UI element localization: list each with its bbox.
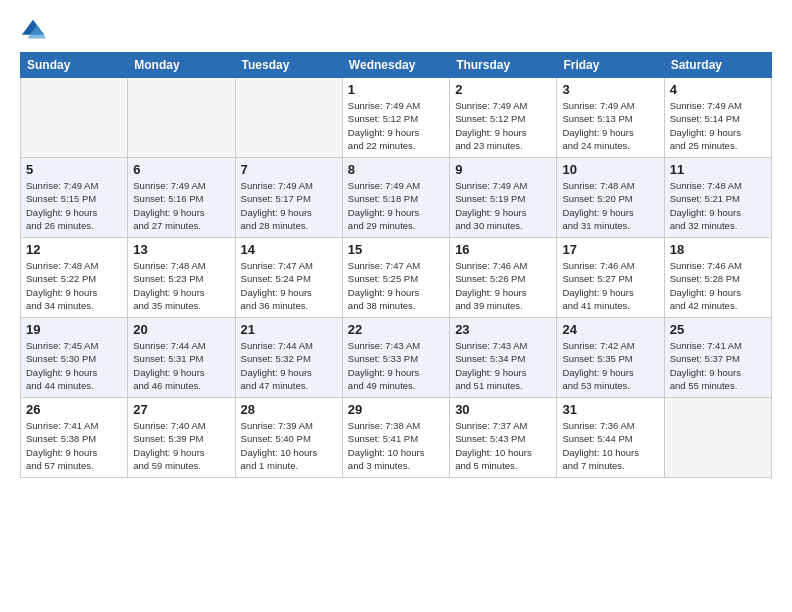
day-header-friday: Friday <box>557 53 664 78</box>
day-info: Sunrise: 7:43 AM Sunset: 5:33 PM Dayligh… <box>348 339 444 392</box>
day-number: 19 <box>26 322 122 337</box>
calendar-cell: 24Sunrise: 7:42 AM Sunset: 5:35 PM Dayli… <box>557 318 664 398</box>
day-number: 5 <box>26 162 122 177</box>
day-number: 20 <box>133 322 229 337</box>
day-number: 21 <box>241 322 337 337</box>
day-header-thursday: Thursday <box>450 53 557 78</box>
calendar-cell: 4Sunrise: 7:49 AM Sunset: 5:14 PM Daylig… <box>664 78 771 158</box>
calendar-cell: 28Sunrise: 7:39 AM Sunset: 5:40 PM Dayli… <box>235 398 342 478</box>
calendar-cell: 14Sunrise: 7:47 AM Sunset: 5:24 PM Dayli… <box>235 238 342 318</box>
calendar-cell <box>21 78 128 158</box>
calendar-cell: 31Sunrise: 7:36 AM Sunset: 5:44 PM Dayli… <box>557 398 664 478</box>
day-info: Sunrise: 7:39 AM Sunset: 5:40 PM Dayligh… <box>241 419 337 472</box>
day-number: 16 <box>455 242 551 257</box>
calendar-cell: 2Sunrise: 7:49 AM Sunset: 5:12 PM Daylig… <box>450 78 557 158</box>
day-info: Sunrise: 7:48 AM Sunset: 5:21 PM Dayligh… <box>670 179 766 232</box>
day-number: 7 <box>241 162 337 177</box>
day-info: Sunrise: 7:36 AM Sunset: 5:44 PM Dayligh… <box>562 419 658 472</box>
day-info: Sunrise: 7:46 AM Sunset: 5:28 PM Dayligh… <box>670 259 766 312</box>
day-number: 17 <box>562 242 658 257</box>
day-number: 18 <box>670 242 766 257</box>
calendar-table: SundayMondayTuesdayWednesdayThursdayFrid… <box>20 52 772 478</box>
day-info: Sunrise: 7:47 AM Sunset: 5:24 PM Dayligh… <box>241 259 337 312</box>
logo-icon <box>20 16 48 44</box>
week-row-2: 5Sunrise: 7:49 AM Sunset: 5:15 PM Daylig… <box>21 158 772 238</box>
day-header-monday: Monday <box>128 53 235 78</box>
day-header-wednesday: Wednesday <box>342 53 449 78</box>
calendar-cell: 23Sunrise: 7:43 AM Sunset: 5:34 PM Dayli… <box>450 318 557 398</box>
calendar-cell <box>128 78 235 158</box>
calendar-cell: 29Sunrise: 7:38 AM Sunset: 5:41 PM Dayli… <box>342 398 449 478</box>
day-info: Sunrise: 7:41 AM Sunset: 5:37 PM Dayligh… <box>670 339 766 392</box>
day-header-sunday: Sunday <box>21 53 128 78</box>
day-info: Sunrise: 7:44 AM Sunset: 5:32 PM Dayligh… <box>241 339 337 392</box>
week-row-5: 26Sunrise: 7:41 AM Sunset: 5:38 PM Dayli… <box>21 398 772 478</box>
day-number: 24 <box>562 322 658 337</box>
calendar-cell: 8Sunrise: 7:49 AM Sunset: 5:18 PM Daylig… <box>342 158 449 238</box>
day-number: 28 <box>241 402 337 417</box>
day-info: Sunrise: 7:44 AM Sunset: 5:31 PM Dayligh… <box>133 339 229 392</box>
day-info: Sunrise: 7:49 AM Sunset: 5:16 PM Dayligh… <box>133 179 229 232</box>
calendar-cell: 17Sunrise: 7:46 AM Sunset: 5:27 PM Dayli… <box>557 238 664 318</box>
day-number: 12 <box>26 242 122 257</box>
calendar-cell: 10Sunrise: 7:48 AM Sunset: 5:20 PM Dayli… <box>557 158 664 238</box>
calendar-cell: 9Sunrise: 7:49 AM Sunset: 5:19 PM Daylig… <box>450 158 557 238</box>
day-info: Sunrise: 7:46 AM Sunset: 5:27 PM Dayligh… <box>562 259 658 312</box>
day-info: Sunrise: 7:48 AM Sunset: 5:23 PM Dayligh… <box>133 259 229 312</box>
day-info: Sunrise: 7:49 AM Sunset: 5:17 PM Dayligh… <box>241 179 337 232</box>
calendar-cell: 7Sunrise: 7:49 AM Sunset: 5:17 PM Daylig… <box>235 158 342 238</box>
calendar-cell: 26Sunrise: 7:41 AM Sunset: 5:38 PM Dayli… <box>21 398 128 478</box>
day-info: Sunrise: 7:37 AM Sunset: 5:43 PM Dayligh… <box>455 419 551 472</box>
days-header-row: SundayMondayTuesdayWednesdayThursdayFrid… <box>21 53 772 78</box>
day-number: 9 <box>455 162 551 177</box>
day-info: Sunrise: 7:40 AM Sunset: 5:39 PM Dayligh… <box>133 419 229 472</box>
day-info: Sunrise: 7:48 AM Sunset: 5:22 PM Dayligh… <box>26 259 122 312</box>
calendar-cell: 22Sunrise: 7:43 AM Sunset: 5:33 PM Dayli… <box>342 318 449 398</box>
day-number: 6 <box>133 162 229 177</box>
day-number: 22 <box>348 322 444 337</box>
calendar-cell: 11Sunrise: 7:48 AM Sunset: 5:21 PM Dayli… <box>664 158 771 238</box>
day-info: Sunrise: 7:45 AM Sunset: 5:30 PM Dayligh… <box>26 339 122 392</box>
day-number: 29 <box>348 402 444 417</box>
calendar-cell: 18Sunrise: 7:46 AM Sunset: 5:28 PM Dayli… <box>664 238 771 318</box>
day-header-saturday: Saturday <box>664 53 771 78</box>
day-number: 31 <box>562 402 658 417</box>
day-info: Sunrise: 7:49 AM Sunset: 5:13 PM Dayligh… <box>562 99 658 152</box>
day-number: 25 <box>670 322 766 337</box>
day-info: Sunrise: 7:42 AM Sunset: 5:35 PM Dayligh… <box>562 339 658 392</box>
calendar-cell: 27Sunrise: 7:40 AM Sunset: 5:39 PM Dayli… <box>128 398 235 478</box>
day-info: Sunrise: 7:38 AM Sunset: 5:41 PM Dayligh… <box>348 419 444 472</box>
day-number: 1 <box>348 82 444 97</box>
day-header-tuesday: Tuesday <box>235 53 342 78</box>
day-number: 11 <box>670 162 766 177</box>
week-row-1: 1Sunrise: 7:49 AM Sunset: 5:12 PM Daylig… <box>21 78 772 158</box>
calendar-page: SundayMondayTuesdayWednesdayThursdayFrid… <box>0 0 792 488</box>
logo <box>20 16 52 44</box>
header <box>20 16 772 44</box>
calendar-cell: 30Sunrise: 7:37 AM Sunset: 5:43 PM Dayli… <box>450 398 557 478</box>
calendar-cell: 21Sunrise: 7:44 AM Sunset: 5:32 PM Dayli… <box>235 318 342 398</box>
day-number: 27 <box>133 402 229 417</box>
day-info: Sunrise: 7:49 AM Sunset: 5:18 PM Dayligh… <box>348 179 444 232</box>
calendar-cell: 1Sunrise: 7:49 AM Sunset: 5:12 PM Daylig… <box>342 78 449 158</box>
week-row-3: 12Sunrise: 7:48 AM Sunset: 5:22 PM Dayli… <box>21 238 772 318</box>
day-number: 2 <box>455 82 551 97</box>
day-info: Sunrise: 7:47 AM Sunset: 5:25 PM Dayligh… <box>348 259 444 312</box>
day-number: 26 <box>26 402 122 417</box>
day-number: 30 <box>455 402 551 417</box>
calendar-cell: 16Sunrise: 7:46 AM Sunset: 5:26 PM Dayli… <box>450 238 557 318</box>
calendar-cell: 3Sunrise: 7:49 AM Sunset: 5:13 PM Daylig… <box>557 78 664 158</box>
day-info: Sunrise: 7:49 AM Sunset: 5:19 PM Dayligh… <box>455 179 551 232</box>
calendar-cell: 15Sunrise: 7:47 AM Sunset: 5:25 PM Dayli… <box>342 238 449 318</box>
calendar-cell: 25Sunrise: 7:41 AM Sunset: 5:37 PM Dayli… <box>664 318 771 398</box>
day-number: 13 <box>133 242 229 257</box>
day-number: 8 <box>348 162 444 177</box>
calendar-cell: 20Sunrise: 7:44 AM Sunset: 5:31 PM Dayli… <box>128 318 235 398</box>
calendar-cell: 19Sunrise: 7:45 AM Sunset: 5:30 PM Dayli… <box>21 318 128 398</box>
calendar-cell <box>664 398 771 478</box>
day-info: Sunrise: 7:49 AM Sunset: 5:14 PM Dayligh… <box>670 99 766 152</box>
day-info: Sunrise: 7:46 AM Sunset: 5:26 PM Dayligh… <box>455 259 551 312</box>
day-number: 23 <box>455 322 551 337</box>
day-info: Sunrise: 7:41 AM Sunset: 5:38 PM Dayligh… <box>26 419 122 472</box>
week-row-4: 19Sunrise: 7:45 AM Sunset: 5:30 PM Dayli… <box>21 318 772 398</box>
